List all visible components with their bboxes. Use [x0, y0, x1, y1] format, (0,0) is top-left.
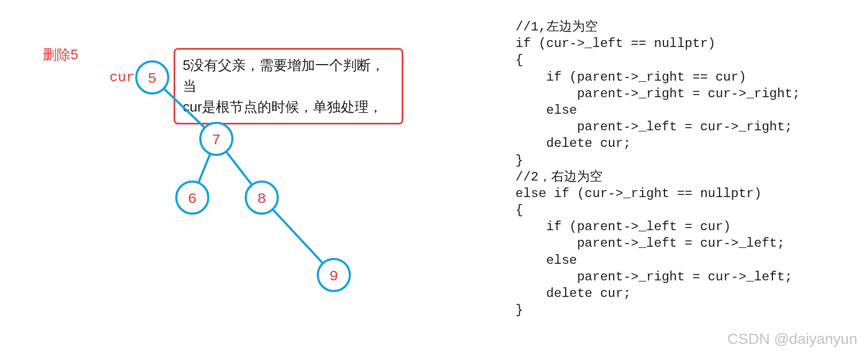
watermark: CSDN @daiyanyun	[728, 331, 857, 348]
tree-node-8: 8	[246, 182, 278, 214]
tree-node-label: 9	[330, 268, 339, 285]
tree-node-label: 5	[148, 70, 157, 87]
code-block: //1,左边为空 if (cur->_left == nullptr) { if…	[515, 19, 800, 318]
tree-node-label: 7	[212, 132, 221, 148]
tree-edges	[164, 89, 323, 263]
tree-node-5: 5	[136, 61, 168, 93]
tree-edge	[198, 154, 210, 183]
tree-node-9: 9	[318, 259, 350, 291]
tree-edge	[226, 152, 252, 185]
tree-svg: 57689	[0, 0, 481, 353]
tree-node-7: 7	[200, 123, 232, 155]
tree-node-label: 6	[188, 191, 197, 207]
tree-edge	[164, 89, 205, 128]
tree-node-6: 6	[176, 182, 208, 214]
tree-edge	[272, 209, 323, 263]
diagram-canvas: { "title": "删除5", "cur_label": "cur", "c…	[0, 0, 868, 353]
tree-node-label: 8	[257, 191, 267, 207]
